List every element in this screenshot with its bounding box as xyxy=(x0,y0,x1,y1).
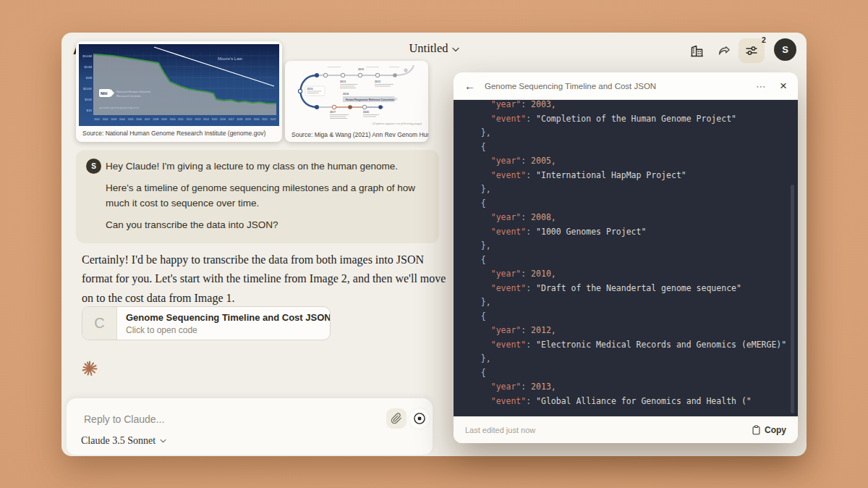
building-icon xyxy=(689,43,705,59)
timeline-year: 2013 xyxy=(340,80,346,83)
svg-text:2005: 2005 xyxy=(127,118,133,121)
svg-text:$1M: $1M xyxy=(86,76,93,80)
chevron-down-icon xyxy=(452,47,459,52)
account-avatar[interactable]: S xyxy=(774,38,796,61)
svg-text:2014: 2014 xyxy=(203,118,209,121)
svg-text:2006: 2006 xyxy=(136,118,142,121)
svg-text:NIH: NIH xyxy=(101,91,108,96)
chart-url: genome.gov/sequencingcosts xyxy=(99,106,139,109)
attachment-2-caption: Source: Miga & Wang (2021) Ann Rev Genom… xyxy=(285,130,428,139)
conversation-title: Untitled xyxy=(409,41,448,55)
clipboard-icon xyxy=(752,425,761,435)
svg-text:2011: 2011 xyxy=(178,118,184,121)
svg-text:$100K: $100K xyxy=(83,87,92,91)
svg-text:2008: 2008 xyxy=(153,118,158,121)
svg-text:2021: 2021 xyxy=(262,118,268,121)
svg-text:2010: 2010 xyxy=(169,118,175,121)
svg-text:2012: 2012 xyxy=(187,118,192,121)
user-message-line: Hey Claude! I'm giving a lecture to my c… xyxy=(106,159,426,174)
share-button[interactable] xyxy=(717,43,733,59)
moores-law-label: Moore's Law xyxy=(218,56,242,61)
svg-text:2002: 2002 xyxy=(103,118,109,121)
timeline-year: 2018 xyxy=(343,93,349,96)
share-arrow-icon xyxy=(717,43,732,59)
code-artifact-icon: C xyxy=(82,307,117,340)
timeline-year: 2012 xyxy=(375,80,380,83)
reply-input[interactable]: Reply to Claude... xyxy=(84,413,164,425)
attachment-image-1[interactable]: Moore's Law $100M $10M $1M $100K $10K $1… xyxy=(76,41,282,142)
composer: Reply to Claude... Claude 3.5 Sonnet xyxy=(67,398,433,455)
svg-text:$10K: $10K xyxy=(85,98,92,101)
artifact-panel-footer: Last edited just now Copy xyxy=(454,416,798,443)
user-message-line: Can you transcribe the data into JSON? xyxy=(106,218,426,232)
user-message: S Hey Claude! I'm giving a lecture to my… xyxy=(76,150,439,243)
pangenome-banner-label: Human Pangenome Reference Consortium xyxy=(346,98,394,101)
scrollbar-thumb[interactable] xyxy=(791,185,794,413)
user-avatar: S xyxy=(86,159,101,174)
svg-text:2016: 2016 xyxy=(220,118,226,121)
svg-text:2013: 2013 xyxy=(195,118,200,121)
svg-text:$100M: $100M xyxy=(82,54,92,58)
claude-starburst-icon xyxy=(80,359,99,378)
attachment-1-caption: Source: National Human Genome Research I… xyxy=(76,129,282,138)
attach-file-button[interactable] xyxy=(386,408,407,429)
code-content: "year": 2003, "event": "Completion of th… xyxy=(454,100,798,408)
artifact-preview-card[interactable]: C Genome Sequencing Timeline and Cost JS… xyxy=(82,306,331,340)
last-edited-status: Last edited just now xyxy=(465,426,535,434)
svg-text:2018: 2018 xyxy=(237,118,242,121)
copy-button[interactable]: Copy xyxy=(752,425,786,435)
timeline-year-left: 2016 xyxy=(307,88,313,91)
svg-text:2001: 2001 xyxy=(94,118,100,121)
artifact-panel-header: ← Genome Sequencing Timeline and Cost JS… xyxy=(454,72,798,100)
timeline-year: 2015 xyxy=(358,68,364,71)
svg-text:2003: 2003 xyxy=(111,118,116,121)
svg-text:National Human Genome: National Human Genome xyxy=(116,90,151,93)
svg-text:2015: 2015 xyxy=(211,118,217,121)
svg-text:2022: 2022 xyxy=(271,118,276,121)
cost-per-genome-chart-thumbnail: Moore's Law $100M $10M $1M $100K $10K $1… xyxy=(79,44,279,126)
paperclip-icon xyxy=(391,413,402,424)
svg-text:2017: 2017 xyxy=(229,118,234,121)
timeline-year: 2017 xyxy=(330,111,336,114)
chevron-down-icon xyxy=(160,439,166,443)
back-button[interactable]: ← xyxy=(464,80,475,91)
assistant-message-text: Certainly! I'd be happy to transcribe th… xyxy=(82,251,448,308)
sliders-icon xyxy=(744,43,759,58)
svg-text:2019: 2019 xyxy=(245,118,251,121)
more-options-button[interactable]: ⋯ xyxy=(756,80,767,92)
caption-note: (Caption appears on following page) xyxy=(373,122,422,125)
svg-text:2007: 2007 xyxy=(145,118,150,121)
notification-badge: 2 xyxy=(762,35,766,44)
svg-text:$10M: $10M xyxy=(85,65,93,69)
user-message-line: Here's a timeline of genome sequencing m… xyxy=(106,181,426,211)
timeline-diagram-thumbnail: Human Pangenome Reference Consortium 201… xyxy=(288,64,425,127)
code-viewer[interactable]: "year": 2003, "event": "Completion of th… xyxy=(454,100,798,416)
artifact-panel: ← Genome Sequencing Timeline and Cost JS… xyxy=(454,72,798,443)
artifact-card-subtitle: Click to open code xyxy=(126,325,331,335)
model-name: Claude 3.5 Sonnet xyxy=(81,435,156,447)
organization-button[interactable] xyxy=(689,43,705,59)
svg-text:Research Institute: Research Institute xyxy=(116,94,141,98)
controls-button[interactable] xyxy=(739,38,765,63)
close-panel-button[interactable]: × xyxy=(780,80,787,92)
artifact-card-title: Genome Sequencing Timeline and Cost JSON xyxy=(126,312,331,323)
record-circle-icon xyxy=(412,411,427,426)
svg-text:2020: 2020 xyxy=(253,118,259,121)
timeline-year: 2020 xyxy=(363,111,369,114)
capture-button[interactable] xyxy=(409,408,430,429)
svg-text:$1K: $1K xyxy=(87,109,93,112)
svg-text:2009: 2009 xyxy=(161,118,167,121)
model-selector[interactable]: Claude 3.5 Sonnet xyxy=(81,435,166,447)
attachment-image-2[interactable]: Human Pangenome Reference Consortium 201… xyxy=(285,61,428,142)
svg-text:2004: 2004 xyxy=(119,118,125,121)
copy-label: Copy xyxy=(765,425,786,435)
artifact-panel-title: Genome Sequencing Timeline and Cost JSON xyxy=(485,82,756,91)
